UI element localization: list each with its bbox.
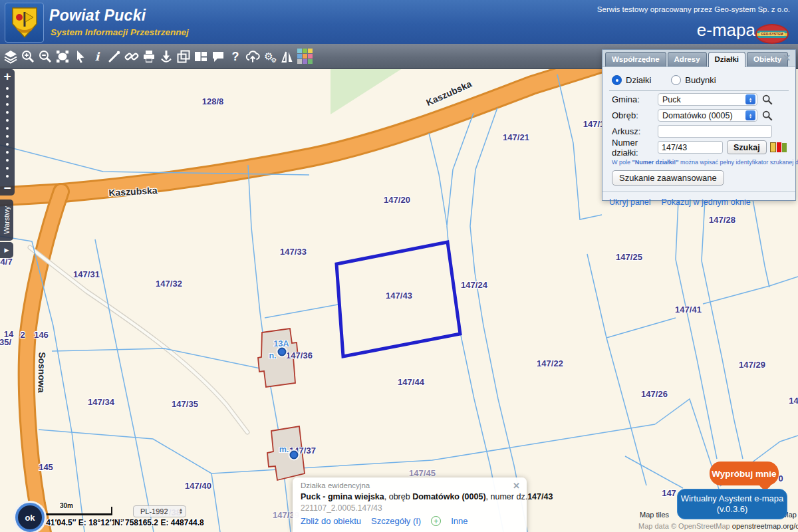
compare-icon[interactable] — [279, 47, 296, 66]
radio-label-działki: Działki — [626, 75, 651, 85]
chat-icon[interactable] — [209, 47, 227, 66]
layers-icon[interactable] — [2, 47, 19, 66]
coat-of-arms-logo — [5, 3, 44, 43]
parcel-label: 2 — [20, 330, 25, 340]
parcel-label: 147/29 — [739, 360, 765, 370]
advanced-search-button[interactable]: Szukanie zaawansowane — [612, 170, 724, 186]
cloud-upload-icon[interactable] — [244, 47, 261, 66]
parcel-label: 0 — [778, 473, 783, 483]
osm-copyright-link[interactable]: openstreetmap.org/copyright — [732, 522, 798, 530]
parcel-label: 147/36 — [286, 350, 313, 360]
info-icon[interactable]: i — [88, 47, 106, 66]
parcel-label: 147 — [662, 488, 676, 498]
try-me-bubble[interactable]: Wypróbuj mnie — [710, 462, 779, 485]
add-icon[interactable]: + — [431, 516, 441, 526]
parcel-label: 147/43 — [386, 291, 412, 301]
popup-close-icon[interactable]: ✕ — [513, 481, 520, 491]
svg-text:?: ? — [232, 50, 239, 63]
address-label: m. — [279, 445, 289, 454]
help-icon[interactable]: ? — [227, 47, 244, 66]
select-area-icon[interactable] — [54, 47, 71, 66]
gmina-search-icon[interactable] — [761, 94, 773, 106]
download-icon[interactable] — [158, 47, 175, 66]
panel-footer-links: Ukryj panel Pokazuj w jednym oknie — [602, 192, 795, 207]
poi-marker-icon[interactable] — [278, 348, 287, 356]
obreb-select[interactable]: Domatówko (0005) ▲▼ — [658, 109, 757, 122]
crs-select[interactable]: PL-1992 ▲▼ — [133, 505, 186, 517]
parcel-label: 148 — [789, 396, 798, 406]
zoom-slider[interactable] — [6, 84, 9, 181]
tab-działki[interactable]: Działki — [708, 52, 745, 67]
virtual-assistant-button[interactable]: Wirtualny Asystent e-mapa (v.0.3.6) — [677, 489, 787, 519]
gmina-row: Gmina: Puck ▲▼ — [602, 92, 795, 107]
measure-icon[interactable] — [106, 47, 123, 66]
layers-tab-label: Warstwy — [3, 206, 11, 234]
arkusz-input[interactable] — [658, 125, 772, 138]
obreb-row: Obręb: Domatówko (0005) ▲▼ — [602, 108, 795, 123]
service-note: Serwis testowy opracowany przez Geo-syst… — [597, 5, 790, 13]
zoom-to-object-link[interactable]: Zbliż do obiektu — [301, 516, 361, 526]
crs-stepper-icon[interactable]: ▲▼ — [179, 508, 183, 515]
parcel-label: 147/20 — [384, 195, 410, 205]
radio-budynki[interactable] — [671, 75, 681, 85]
parcel-label: 147/26 — [641, 389, 668, 399]
assistant-label: Wirtualny Asystent e-mapa — [681, 493, 784, 504]
obreb-search-icon[interactable] — [761, 110, 773, 122]
parcel-label: 147/34 — [88, 397, 114, 407]
zoom-minus-button[interactable]: − — [0, 181, 15, 196]
zoom-out-icon[interactable] — [37, 47, 54, 66]
panel-close-icon[interactable]: ✕ — [783, 53, 791, 63]
numer-input[interactable]: 147/43 — [658, 141, 723, 154]
parcel-label: 147/25 — [616, 252, 642, 262]
object-type-radios: DziałkiBudynki — [602, 67, 795, 90]
tab-współrzędne[interactable]: Współrzędne — [605, 52, 666, 66]
select-stepper-icon[interactable]: ▲▼ — [745, 110, 755, 120]
road-label: Sosnowa — [36, 352, 47, 393]
details-link[interactable]: Szczegóły (I) — [371, 516, 421, 526]
gmina-select[interactable]: Puck ▲▼ — [658, 93, 757, 106]
hide-panel-link[interactable]: Ukryj panel — [609, 198, 651, 207]
radio-działki[interactable] — [612, 75, 622, 85]
settings-icon[interactable]: ⚙⚙ — [261, 47, 279, 66]
tab-adresy[interactable]: Adresy — [668, 52, 707, 66]
single-window-link[interactable]: Pokazuj w jednym oknie — [662, 198, 751, 207]
select-stepper-icon[interactable]: ▲▼ — [745, 94, 755, 104]
parcel-label: 35/ — [0, 337, 11, 347]
tab-obiekty[interactable]: Obiekty — [747, 52, 788, 66]
divider — [609, 90, 789, 91]
popup-title: Działka ewidencyjna — [301, 481, 519, 489]
zoom-in-icon[interactable] — [19, 47, 37, 66]
parcel-label: 145 — [39, 462, 53, 472]
other-link[interactable]: Inne — [451, 516, 467, 526]
poi-marker-icon[interactable] — [290, 451, 299, 460]
layers-panel-tab[interactable]: Warstwy — [0, 200, 13, 241]
copy-icon[interactable] — [175, 47, 192, 66]
parcel-label: 147/32 — [156, 279, 182, 289]
panel-tab-row: WspółrzędneAdresyDziałkiObiekty — [602, 50, 795, 67]
ok-button[interactable]: ok — [15, 503, 45, 532]
link-icon[interactable] — [123, 47, 140, 66]
layers-expand-arrow-icon[interactable]: ▶ — [0, 242, 13, 258]
parcel-label: 147/40 — [185, 481, 211, 491]
app-subtitle: System Informacji Przestrzennej — [51, 27, 189, 37]
assistant-version: (v.0.3.6) — [717, 504, 748, 515]
szukaj-button[interactable]: Szukaj — [727, 140, 767, 154]
print-icon[interactable] — [140, 47, 158, 66]
parcel-label: 147/21 — [503, 132, 529, 142]
pointer-icon[interactable] — [71, 47, 88, 66]
parcel-label: 147/31 — [73, 269, 100, 279]
svg-text:i: i — [95, 50, 100, 63]
map-attribution-line2: Map data © OpenStreetMap openstreetmap.o… — [638, 522, 798, 530]
search-panel: WspółrzędneAdresyDziałkiObiekty ✕ Działk… — [602, 49, 796, 201]
parcel-label: 147/33 — [280, 247, 307, 257]
zoom-plus-button[interactable]: + — [0, 69, 15, 84]
address-label: n. — [269, 351, 276, 360]
svg-text:⚙: ⚙ — [271, 57, 277, 64]
parcel-label: 147/45 — [409, 468, 436, 478]
numer-row: Numer działki: 147/43 Szukaj — [602, 140, 795, 155]
layout-icon[interactable] — [192, 47, 209, 66]
flag-bars-icon[interactable] — [770, 142, 787, 152]
parcel-label: 147/28 — [709, 215, 735, 225]
coords-metric: N: 758165.2 E: 448744.8 — [114, 518, 204, 527]
legend-icon[interactable] — [296, 47, 313, 66]
